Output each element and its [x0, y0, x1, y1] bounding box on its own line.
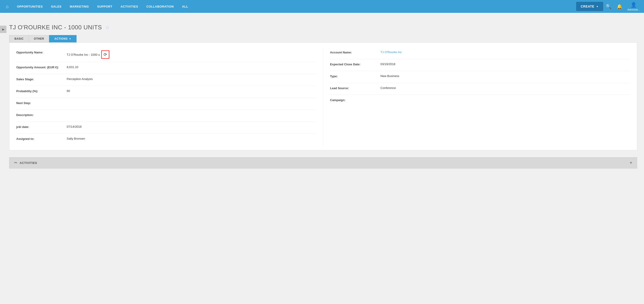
label-probability: Probability (%):	[16, 89, 67, 93]
field-row-type: Type: New Business	[330, 71, 630, 83]
create-caret-icon: ▼	[596, 5, 598, 8]
detail-panel: Opportunity Name: TJ O'Rourke Inc - 1000…	[9, 42, 637, 150]
field-row-account-name: Account Name: TJ O'Rourke Inc	[330, 47, 630, 59]
value-account-name[interactable]: TJ O'Rourke Inc	[380, 50, 630, 54]
nav-all[interactable]: ALL	[178, 0, 192, 13]
page-content: TJ O'ROURKE INC - 1000 UNITS ☆ BASIC OTH…	[0, 13, 644, 304]
nav-marketing[interactable]: MARKETING	[66, 0, 93, 13]
field-row-description: Description:	[16, 110, 316, 122]
value-probability: 60	[67, 89, 316, 92]
activities-label: 〜 ACTIVITIES	[14, 161, 630, 165]
label-description: Description:	[16, 113, 67, 117]
activities-section[interactable]: 〜 ACTIVITIES +	[9, 157, 637, 168]
search-button[interactable]: 🔍	[603, 0, 614, 13]
value-sales-stage: Perception Analysis	[67, 77, 316, 81]
value-lead-source: Conference	[380, 86, 630, 90]
home-icon: ⌂	[6, 4, 9, 9]
activities-chart-icon: 〜	[14, 161, 18, 165]
nav-opportunities[interactable]: OPPORTUNITIES	[13, 0, 47, 13]
user-label: Administr...	[628, 8, 640, 11]
tab-actions-caret-icon: ▼	[69, 38, 71, 40]
label-lead-source: Lead Source:	[330, 86, 380, 90]
value-opportunity-name: TJ O'Rourke Inc - 1000 u ⟳	[67, 50, 316, 59]
favorite-star-icon[interactable]: ☆	[105, 24, 110, 30]
tab-basic[interactable]: BASIC	[9, 35, 29, 42]
page-title-row: TJ O'ROURKE INC - 1000 UNITS ☆	[9, 24, 637, 31]
tabs-row: BASIC OTHER ACTIONS ▼	[9, 35, 637, 42]
detail-grid: Opportunity Name: TJ O'Rourke Inc - 1000…	[16, 47, 630, 146]
field-row-close-date: Expected Close Date: 03/19/2018	[330, 59, 630, 71]
field-row-opportunity-amount: Opportunity Amount: (EUR €): 8,631.10	[16, 62, 316, 74]
field-row-sales-stage: Sales Stage: Perception Analysis	[16, 74, 316, 86]
search-icon: 🔍	[606, 4, 612, 9]
detail-column-left: Opportunity Name: TJ O'Rourke Inc - 1000…	[16, 47, 323, 146]
notification-icon: 🔔	[617, 4, 622, 9]
field-row-campaign: Campaign:	[330, 95, 630, 107]
detail-column-right: Account Name: TJ O'Rourke Inc Expected C…	[323, 47, 630, 146]
user-profile-button[interactable]: 👤 Administr...	[625, 0, 642, 13]
value-opportunity-amount: 8,631.10	[67, 65, 316, 69]
nav-sales[interactable]: SALES	[47, 0, 66, 13]
sidebar-toggle-icon: ▶	[2, 28, 4, 31]
opportunity-name-text: TJ O'Rourke Inc - 1000 u	[67, 53, 100, 56]
label-assigned-to: Assigned to:	[16, 137, 67, 140]
label-account-name: Account Name:	[330, 50, 380, 54]
tab-actions-label: ACTIONS	[54, 37, 68, 40]
refresh-icon: ⟳	[104, 52, 107, 57]
label-jckl-date: jckl date:	[16, 125, 67, 128]
label-type: Type:	[330, 74, 380, 78]
nav-collaboration[interactable]: COLLABORATION	[142, 0, 178, 13]
nav-support[interactable]: SUPPORT	[93, 0, 116, 13]
page-title: TJ O'ROURKE INC - 1000 UNITS	[9, 24, 102, 31]
label-sales-stage: Sales Stage:	[16, 77, 67, 81]
activities-add-button[interactable]: +	[630, 160, 632, 166]
user-icon: 👤	[630, 2, 637, 8]
label-close-date: Expected Close Date:	[330, 62, 380, 66]
navbar: ⌂ OPPORTUNITIES SALES MARKETING SUPPORT …	[0, 0, 644, 13]
field-row-next-step: Next Step:	[16, 98, 316, 110]
create-button[interactable]: CREATE ▼	[576, 2, 603, 11]
sidebar-toggle-button[interactable]: ▶	[0, 26, 6, 33]
label-campaign: Campaign:	[330, 98, 380, 102]
field-row-jckl-date: jckl date: 07/14/2018	[16, 122, 316, 134]
field-row-probability: Probability (%): 60	[16, 86, 316, 98]
refresh-icon-box[interactable]: ⟳	[101, 50, 109, 59]
value-jckl-date: 07/14/2018	[67, 125, 316, 128]
label-opportunity-amount: Opportunity Amount: (EUR €):	[16, 65, 67, 69]
label-next-step: Next Step:	[16, 101, 67, 105]
value-assigned-to: Sally Bronsen	[67, 137, 316, 140]
tab-other[interactable]: OTHER	[29, 35, 49, 42]
nav-activities[interactable]: ACTIVITIES	[116, 0, 142, 13]
field-row-lead-source: Lead Source: Conference	[330, 83, 630, 95]
field-row-assigned-to: Assigned to: Sally Bronsen	[16, 134, 316, 146]
home-button[interactable]: ⌂	[2, 0, 13, 13]
value-type: New Business	[380, 74, 630, 78]
activities-text: ACTIVITIES	[20, 161, 37, 164]
create-label: CREATE	[581, 4, 594, 8]
notification-button[interactable]: 🔔	[614, 0, 625, 13]
tab-actions[interactable]: ACTIONS ▼	[49, 35, 76, 42]
label-opportunity-name: Opportunity Name:	[16, 50, 67, 54]
value-close-date: 03/19/2018	[380, 62, 630, 66]
field-row-opportunity-name: Opportunity Name: TJ O'Rourke Inc - 1000…	[16, 47, 316, 62]
